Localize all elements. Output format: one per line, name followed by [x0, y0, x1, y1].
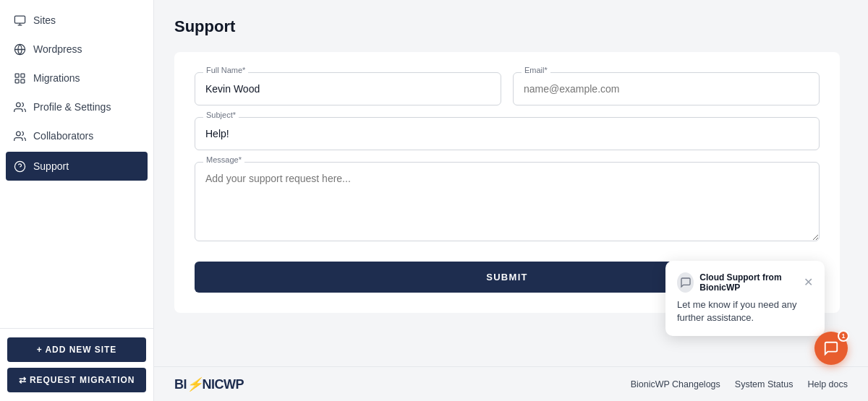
- sidebar-footer: + ADD NEW SITE ⇄ REQUEST MIGRATION: [0, 328, 153, 401]
- svg-point-8: [16, 103, 20, 107]
- chat-fab-button[interactable]: 1: [814, 332, 848, 365]
- sidebar-item-label: Profile & Settings: [33, 101, 111, 113]
- wordpress-icon: [13, 43, 26, 56]
- subject-group: Subject*: [195, 117, 820, 150]
- footer-link-changelogs[interactable]: BionicWP Changelogs: [631, 379, 720, 389]
- svg-rect-5: [20, 74, 24, 77]
- chat-popup: Cloud Support from BionicWP ✕ Let me kno…: [665, 261, 825, 336]
- logo-text: BI⚡NICWP: [174, 376, 244, 392]
- sidebar-item-label: Migrations: [33, 72, 80, 84]
- chat-badge: 1: [838, 330, 849, 342]
- message-label: Message*: [203, 155, 244, 164]
- name-email-row: Full Name* Email*: [195, 72, 820, 105]
- sidebar-item-wordpress[interactable]: Wordpress: [0, 35, 153, 64]
- sidebar-item-migrations[interactable]: Migrations: [0, 64, 153, 92]
- request-migration-button[interactable]: ⇄ REQUEST MIGRATION: [7, 368, 146, 392]
- footer-logo: BI⚡NICWP: [174, 376, 244, 392]
- message-row: Message*: [195, 162, 820, 244]
- svg-point-10: [14, 161, 25, 171]
- svg-point-9: [16, 131, 20, 136]
- email-group: Email*: [513, 72, 820, 105]
- subject-input[interactable]: [195, 117, 820, 150]
- collaborators-icon: [13, 129, 26, 142]
- svg-rect-7: [20, 79, 24, 82]
- subject-row: Subject*: [195, 117, 820, 150]
- main-footer: BI⚡NICWP BionicWP Changelogs System Stat…: [154, 366, 868, 401]
- sidebar-item-label: Sites: [33, 14, 56, 26]
- email-input[interactable]: [513, 72, 820, 105]
- sidebar-item-collaborators[interactable]: Collaborators: [0, 121, 153, 150]
- chat-popup-title: Cloud Support from BionicWP: [699, 272, 804, 293]
- full-name-input[interactable]: [195, 72, 501, 105]
- svg-rect-6: [15, 79, 19, 82]
- page-title: Support: [174, 17, 848, 36]
- sidebar-item-label: Support: [33, 160, 69, 172]
- footer-links: BionicWP Changelogs System Status Help d…: [631, 379, 848, 389]
- chat-close-button[interactable]: ✕: [804, 277, 813, 288]
- chat-popup-header-left: Cloud Support from BionicWP: [677, 272, 804, 293]
- sidebar-item-support[interactable]: Support: [6, 152, 148, 181]
- sidebar-item-label: Wordpress: [33, 43, 82, 55]
- chat-popup-body: Let me know if you need any further assi…: [677, 298, 813, 324]
- svg-rect-4: [15, 74, 19, 77]
- main-content: Support Full Name* Email* Subject*: [154, 0, 868, 401]
- sidebar-item-sites[interactable]: Sites: [0, 6, 153, 35]
- monitor-icon: [13, 14, 26, 27]
- svg-rect-0: [14, 16, 25, 23]
- subject-label: Subject*: [203, 111, 239, 119]
- add-new-site-button[interactable]: + ADD NEW SITE: [7, 337, 146, 362]
- support-icon: [13, 160, 26, 173]
- sidebar-item-label: Collaborators: [33, 130, 93, 142]
- profile-icon: [13, 100, 26, 113]
- sidebar-item-profile[interactable]: Profile & Settings: [0, 92, 153, 121]
- full-name-group: Full Name*: [195, 72, 501, 105]
- message-textarea[interactable]: [195, 162, 820, 241]
- sidebar: Sites Wordpress Migrations: [0, 0, 154, 401]
- chat-popup-header: Cloud Support from BionicWP ✕: [677, 272, 813, 293]
- message-group: Message*: [195, 162, 820, 244]
- migrations-icon: [13, 72, 26, 85]
- footer-link-helpdocs[interactable]: Help docs: [807, 379, 848, 389]
- email-label: Email*: [522, 66, 550, 74]
- chat-avatar-icon: [677, 272, 694, 293]
- full-name-label: Full Name*: [203, 66, 248, 74]
- sidebar-nav: Sites Wordpress Migrations: [0, 0, 153, 328]
- footer-link-status[interactable]: System Status: [735, 379, 793, 389]
